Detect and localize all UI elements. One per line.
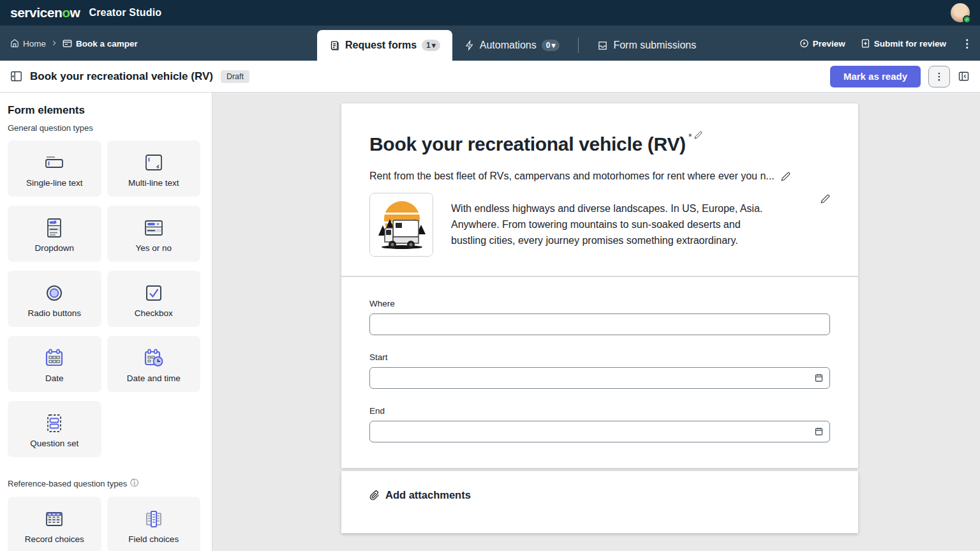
tab-label: Request forms <box>345 40 417 51</box>
play-circle-icon <box>799 38 809 48</box>
dropdown-icon <box>41 215 67 241</box>
online-status-icon: ✓ <box>963 15 971 24</box>
chevron-right-icon <box>51 40 57 47</box>
calendar-icon[interactable] <box>814 426 824 436</box>
product-name: Creator Studio <box>89 7 161 19</box>
element-card-dropdown[interactable]: Dropdown <box>8 206 101 262</box>
submit-for-review-button[interactable]: Submit for review <box>861 38 946 48</box>
tab-automations[interactable]: Automations 0▾ <box>452 30 572 61</box>
page-title: Book your recreational vehicle (RV) <box>30 70 213 83</box>
end-date-input[interactable] <box>369 421 830 442</box>
form-fields-section[interactable]: Where Start <box>341 276 858 468</box>
element-card-date[interactable]: Date <box>8 336 101 392</box>
tab-divider <box>578 38 579 53</box>
element-card-single-line-text[interactable]: Single-line text <box>8 140 101 197</box>
document-icon <box>329 40 340 51</box>
mark-as-ready-button[interactable]: Mark as ready <box>830 66 921 87</box>
tab-label: Automations <box>480 40 537 51</box>
paperclip-icon <box>369 490 380 501</box>
nav-actions: Preview Submit for review ⋮ <box>799 36 972 50</box>
form-image-caption[interactable]: With endless highways and diverse landsc… <box>451 201 773 257</box>
checkbox-icon <box>141 280 167 306</box>
tab-form-submissions[interactable]: Form submissions <box>585 30 708 61</box>
attachments-section: Add attachments <box>341 471 858 533</box>
preview-button[interactable]: Preview <box>799 38 845 48</box>
date-and-time-icon <box>141 345 167 371</box>
form-title[interactable]: Book your recreational vehicle (RV) <box>369 133 686 155</box>
reference-question-grid: Record choices Field choices <box>8 497 200 551</box>
field-choices-icon <box>141 506 167 532</box>
edit-pencil-icon[interactable] <box>820 194 830 257</box>
info-icon[interactable]: ⓘ <box>130 478 138 489</box>
form-header-section[interactable]: Book your recreational vehicle (RV) * Re… <box>341 103 858 276</box>
edit-pencil-icon[interactable] <box>781 172 791 181</box>
element-card-radio-buttons[interactable]: Radio buttons <box>8 271 101 327</box>
panel-title: Form elements <box>8 104 200 117</box>
nav-kebab-menu[interactable]: ⋮ <box>961 36 972 50</box>
element-card-checkbox[interactable]: Checkbox <box>107 271 201 327</box>
general-question-types-label: General question types <box>8 123 200 133</box>
radio-buttons-icon <box>41 280 67 306</box>
element-card-multi-line-text[interactable]: Multi-line text <box>107 140 201 197</box>
servicenow-logo: servicenow <box>10 5 80 20</box>
user-avatar[interactable]: ✓ <box>951 3 970 22</box>
field-label: Start <box>369 352 830 362</box>
open-panel-icon[interactable] <box>958 71 970 82</box>
tab-count-badge[interactable]: 0▾ <box>542 40 560 51</box>
form-description[interactable]: Rent from the best fleet of RVs, camperv… <box>369 170 775 182</box>
form-elements-panel: Form elements General question types Sin… <box>0 93 212 551</box>
add-attachments-button[interactable]: Add attachments <box>369 489 830 501</box>
inbox-icon <box>597 40 608 51</box>
field-where: Where <box>369 299 830 335</box>
breadcrumb-current[interactable]: Book a camper <box>63 38 138 48</box>
calendar-icon[interactable] <box>814 373 824 382</box>
breadcrumb-home[interactable]: Home <box>10 38 46 48</box>
general-question-grid: Single-line text Multi-line text Dropdow… <box>8 140 200 457</box>
form-canvas: Book your recreational vehicle (RV) * Re… <box>212 93 980 551</box>
multi-line-text-icon <box>141 150 167 176</box>
field-end: End <box>369 406 830 442</box>
tab-count-badge[interactable]: 1▾ <box>422 40 440 51</box>
studio-nav-bar: Home Book a camper Request forms 1▾ Auto… <box>0 26 980 61</box>
element-card-record-choices[interactable]: Record choices <box>8 497 101 551</box>
more-options-button[interactable]: ⋮ <box>928 66 950 87</box>
question-set-icon <box>41 411 67 436</box>
start-date-input[interactable] <box>369 367 830 389</box>
status-badge: Draft <box>221 70 249 83</box>
rv-illustration-image[interactable] <box>369 193 433 257</box>
where-input[interactable] <box>369 313 830 335</box>
home-icon <box>10 39 19 48</box>
tab-label: Form submissions <box>613 40 696 51</box>
element-card-question-set[interactable]: Question set <box>8 401 101 457</box>
reference-question-types-label: Reference-based question types ⓘ <box>8 478 200 489</box>
document-add-icon <box>861 38 870 48</box>
lightning-icon <box>464 40 475 50</box>
single-line-text-icon <box>41 150 67 176</box>
yes-or-no-icon <box>141 215 167 241</box>
caret-down-icon: ▾ <box>432 41 436 50</box>
collapse-panel-icon[interactable] <box>10 71 22 82</box>
field-start: Start <box>369 352 830 389</box>
top-app-bar: servicenow Creator Studio ✓ <box>0 0 980 26</box>
caret-down-icon: ▾ <box>551 41 555 50</box>
field-label: End <box>369 406 830 416</box>
required-marker: * <box>688 131 692 142</box>
element-card-yes-or-no[interactable]: Yes or no <box>107 206 201 262</box>
form-window-icon <box>63 39 72 47</box>
form-title-bar: Book your recreational vehicle (RV) Draf… <box>0 61 980 93</box>
element-card-date-and-time[interactable]: Date and time <box>107 336 201 392</box>
element-card-field-choices[interactable]: Field choices <box>107 497 201 551</box>
edit-pencil-icon[interactable] <box>694 131 702 142</box>
breadcrumb: Home Book a camper <box>10 38 138 48</box>
form-preview-card: Book your recreational vehicle (RV) * Re… <box>341 103 858 533</box>
tab-strip: Request forms 1▾ Automations 0▾ Form sub… <box>317 30 708 61</box>
tab-request-forms[interactable]: Request forms 1▾ <box>317 30 452 61</box>
field-label: Where <box>369 299 830 308</box>
record-choices-icon <box>41 506 67 532</box>
date-icon <box>41 345 67 371</box>
